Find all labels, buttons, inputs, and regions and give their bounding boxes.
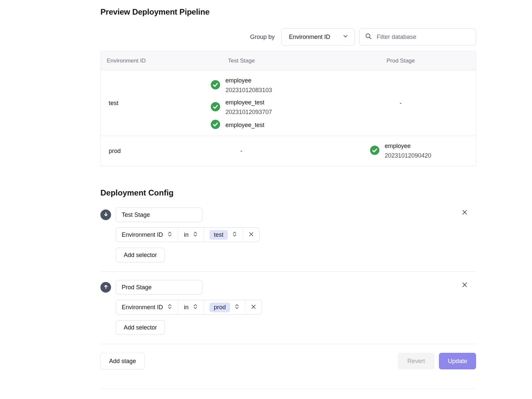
check-circle-icon — [370, 146, 379, 156]
check-circle-icon — [211, 102, 220, 113]
selector-key-select[interactable]: Environment ID — [116, 228, 178, 242]
selector-operator-value: in — [184, 304, 189, 311]
selector-key-select[interactable]: Environment ID — [116, 300, 178, 314]
column-header-environment-id: Environment ID — [101, 58, 157, 64]
selector-value-tag: prod — [209, 303, 230, 312]
group-by-selected-value: Environment ID — [289, 34, 330, 41]
arrow-down-icon — [103, 211, 109, 218]
selector-key-value: Environment ID — [122, 231, 163, 238]
prod-stage-empty: - — [326, 100, 476, 107]
add-selector-button[interactable]: Add selector — [116, 248, 165, 262]
deployment-item: employee 20231012083103 — [211, 76, 272, 95]
remove-selector-button[interactable] — [243, 228, 259, 242]
check-circle-icon — [211, 80, 220, 91]
add-selector-button[interactable]: Add selector — [116, 320, 165, 335]
sort-chevrons-icon — [234, 303, 239, 312]
move-stage-up-button[interactable] — [100, 282, 111, 293]
selector-expression: Environment ID in prod — [116, 300, 262, 315]
page-title: Preview Deployment Pipeline — [100, 0, 476, 17]
selector-operator-value: in — [184, 231, 189, 238]
close-icon — [461, 212, 468, 217]
remove-stage-button[interactable] — [460, 207, 469, 218]
test-stage-empty: - — [157, 148, 326, 155]
database-name: employee_test — [225, 120, 264, 130]
move-stage-down-button[interactable] — [100, 209, 111, 220]
table-row: prod - employee 20231012090420 — [101, 136, 476, 166]
group-by-select[interactable]: Environment ID — [281, 28, 355, 46]
divider — [100, 271, 476, 272]
prod-stage-cell: employee 20231012090420 — [326, 136, 476, 166]
table-row: test employee 20231012083103 — [101, 70, 476, 136]
sort-chevrons-icon — [193, 303, 198, 312]
deployment-item: employee 20231012090420 — [370, 141, 431, 161]
stage-name-input[interactable] — [116, 207, 202, 222]
arrow-up-icon — [103, 284, 109, 291]
deployment-item: employee_test 20231012093707 — [211, 98, 272, 117]
selector-value-tag: test — [209, 230, 228, 240]
selector-key-value: Environment ID — [122, 304, 163, 311]
remove-stage-button[interactable] — [460, 280, 469, 291]
selector-expression: Environment ID in test — [116, 227, 260, 242]
selector-operator-select[interactable]: in — [178, 300, 203, 314]
database-name: employee — [385, 141, 431, 151]
database-version: 20231012090420 — [385, 151, 431, 161]
sort-chevrons-icon — [167, 303, 172, 312]
environment-name: test — [101, 100, 157, 107]
close-icon — [461, 284, 468, 289]
pipeline-controls: Group by Environment ID — [100, 28, 476, 46]
chevron-down-icon — [342, 33, 348, 41]
selector-value-select[interactable]: prod — [203, 300, 245, 314]
table-header: Environment ID Test Stage Prod Stage — [101, 51, 476, 70]
deployment-item: employee_test — [211, 120, 264, 130]
selector-value-select[interactable]: test — [203, 228, 243, 242]
database-name: employee_test — [225, 98, 272, 107]
database-version: 20231012093707 — [225, 107, 272, 117]
pipeline-table: Environment ID Test Stage Prod Stage tes… — [100, 51, 476, 166]
check-circle-icon — [211, 120, 220, 130]
close-icon — [248, 231, 254, 238]
update-button[interactable]: Update — [439, 353, 476, 369]
add-stage-button[interactable]: Add stage — [100, 353, 145, 369]
environment-name: prod — [101, 148, 157, 155]
selector-operator-select[interactable]: in — [178, 228, 203, 242]
close-icon — [250, 304, 257, 311]
filter-database-input[interactable] — [376, 33, 470, 41]
config-footer: Add stage Revert Update — [100, 353, 476, 369]
bottom-divider — [100, 389, 476, 389]
test-stage-cell: employee 20231012083103 employee_test 20… — [157, 70, 326, 136]
remove-selector-button[interactable] — [245, 300, 262, 314]
revert-button[interactable]: Revert — [398, 353, 435, 369]
sort-chevrons-icon — [232, 231, 237, 239]
stage-name-input[interactable] — [116, 280, 202, 295]
deployment-config-title: Deployment Config — [100, 188, 476, 198]
column-header-prod-stage: Prod Stage — [326, 58, 476, 64]
stage-config-test: Environment ID in test — [100, 207, 476, 262]
group-by-label: Group by — [250, 34, 275, 41]
sort-chevrons-icon — [167, 231, 172, 239]
filter-database-box — [359, 28, 476, 46]
database-name: employee — [225, 76, 272, 85]
database-version: 20231012083103 — [225, 85, 272, 95]
column-header-test-stage: Test Stage — [157, 58, 326, 64]
search-icon — [365, 33, 372, 41]
divider — [100, 344, 476, 344]
sort-chevrons-icon — [193, 231, 198, 239]
stage-config-prod: Environment ID in prod — [100, 280, 476, 335]
main-content: Preview Deployment Pipeline Group by Env… — [100, 0, 476, 389]
